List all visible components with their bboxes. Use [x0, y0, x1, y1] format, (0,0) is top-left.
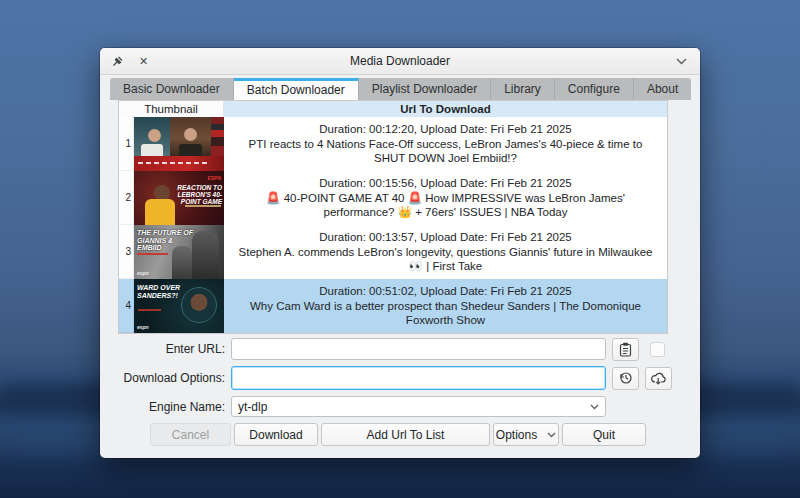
tab-configure[interactable]: Configure: [555, 78, 634, 100]
row-number: 2: [119, 171, 134, 225]
download-options-row: Download Options:: [100, 365, 700, 391]
engine-select-value: yt-dlp: [238, 400, 267, 414]
action-buttons-row: Cancel Download Add Url To List Options …: [100, 423, 700, 446]
add-url-to-list-button[interactable]: Add Url To List: [321, 423, 490, 446]
media-downloader-window: ✕ Media Downloader Basic Downloader Batc…: [100, 48, 700, 458]
url-input[interactable]: [231, 338, 606, 360]
tab-bar: Basic Downloader Batch Downloader Playli…: [110, 78, 691, 100]
video-title: PTI reacts to 4 Nations Face-Off success…: [232, 137, 659, 166]
enter-url-row: Enter URL:: [100, 337, 700, 361]
download-options-input[interactable]: [231, 366, 606, 390]
download-button[interactable]: Download: [234, 423, 318, 446]
video-info: Duration: 00:13:57, Upload Date: Fri Feb…: [224, 225, 667, 279]
video-thumbnail: WARD OVER SANDERS?! espn: [134, 279, 224, 333]
video-title: Stephen A. commends LeBron's longevity, …: [232, 245, 659, 274]
table-row[interactable]: 2 ESPN REACTION TO LEBRON'S 40-POINT GAM…: [119, 171, 667, 225]
window-title: Media Downloader: [100, 48, 700, 75]
history-clock-icon: [619, 371, 633, 385]
video-title: 🚨 40-POINT GAME AT 40 🚨 How IMPRESSIVE w…: [232, 191, 659, 220]
video-thumbnail: [134, 117, 224, 171]
engine-name-label: Engine Name:: [100, 400, 225, 414]
video-duration: Duration: 00:15:56, Upload Date: Fri Feb…: [232, 176, 659, 191]
table-row[interactable]: 3 THE FUTURE OF GIANNIS & EMBIID espn Du…: [119, 225, 667, 279]
url-checkbox[interactable]: [650, 342, 665, 357]
options-button-label: Options: [496, 428, 537, 442]
video-duration: Duration: 00:51:02, Upload Date: Fri Feb…: [232, 284, 659, 299]
cloud-download-icon: [651, 372, 667, 385]
tab-basic-downloader[interactable]: Basic Downloader: [110, 78, 234, 100]
table-row[interactable]: 1 Duration: 00:12:20, Upload Date: Fri F…: [119, 117, 667, 171]
shade-chevron-icon[interactable]: [675, 55, 688, 68]
engine-name-row: Engine Name: yt-dlp: [100, 396, 700, 417]
video-info: Duration: 00:12:20, Upload Date: Fri Feb…: [224, 117, 667, 171]
video-thumbnail: THE FUTURE OF GIANNIS & EMBIID espn: [134, 225, 224, 279]
video-duration: Duration: 00:13:57, Upload Date: Fri Feb…: [232, 230, 659, 245]
column-header-thumbnail: Thumbnail: [119, 101, 224, 117]
table-header: Thumbnail Url To Download: [119, 101, 667, 117]
row-number: 3: [119, 225, 134, 279]
video-title: Why Cam Ward is a better prospect than S…: [232, 299, 659, 328]
video-info: Duration: 00:15:56, Upload Date: Fri Feb…: [224, 171, 667, 225]
download-options-label: Download Options:: [100, 371, 225, 385]
cloud-download-button[interactable]: [645, 367, 672, 390]
paste-clipboard-button[interactable]: [612, 338, 639, 361]
video-duration: Duration: 00:12:20, Upload Date: Fri Feb…: [232, 122, 659, 137]
engine-select[interactable]: yt-dlp: [231, 396, 606, 417]
options-menu-button[interactable]: Options: [493, 423, 559, 446]
download-list-table: Thumbnail Url To Download 1 Duration: 00…: [118, 100, 668, 334]
cancel-button: Cancel: [150, 423, 231, 446]
table-row-selected[interactable]: 4 WARD OVER SANDERS?! espn Duration: 00:…: [119, 279, 667, 333]
titlebar[interactable]: ✕ Media Downloader: [100, 48, 700, 75]
quit-button[interactable]: Quit: [562, 423, 646, 446]
tab-batch-downloader[interactable]: Batch Downloader: [234, 78, 359, 100]
tab-library[interactable]: Library: [491, 78, 555, 100]
chevron-down-icon: [590, 404, 599, 410]
column-header-url: Url To Download: [224, 101, 667, 117]
row-number: 1: [119, 117, 134, 171]
row-number: 4: [119, 279, 134, 333]
tab-playlist-downloader[interactable]: Playlist Downloader: [359, 78, 491, 100]
video-info: Duration: 00:51:02, Upload Date: Fri Feb…: [224, 279, 667, 333]
enter-url-label: Enter URL:: [100, 342, 225, 356]
tab-about[interactable]: About: [634, 78, 691, 100]
chevron-down-icon: [547, 432, 556, 438]
video-thumbnail: ESPN REACTION TO LEBRON'S 40-POINT GAME: [134, 171, 224, 225]
options-history-button[interactable]: [612, 367, 639, 390]
clipboard-icon: [619, 342, 632, 357]
